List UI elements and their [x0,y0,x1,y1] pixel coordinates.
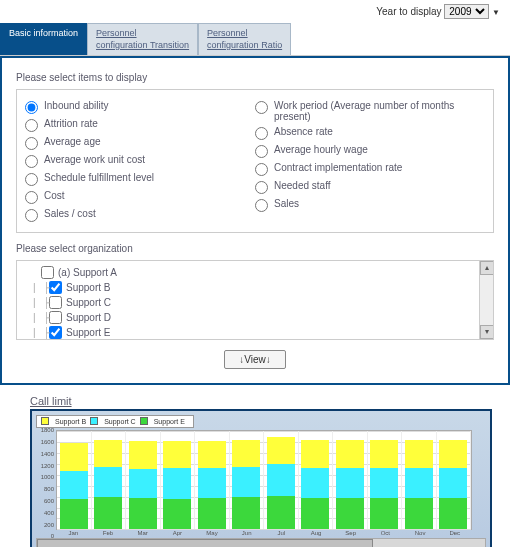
radio-input[interactable] [25,173,38,186]
metric-radio[interactable]: Schedule fulfillment level [25,170,255,188]
bar-segment [94,497,122,530]
bar-segment [336,498,364,530]
bar-segment [94,467,122,497]
y-tick: 200 [44,522,54,528]
org-label: Support D [66,312,111,323]
radio-input[interactable] [255,127,268,140]
view-button[interactable]: ↓View↓ [224,350,286,369]
chart-legend: Support BSupport CSupport E [36,415,194,428]
legend-item: Support E [140,417,185,425]
bar-segment [198,498,226,530]
org-checkbox[interactable] [41,266,54,279]
bar-segment [439,440,467,468]
x-tick: Apr [160,530,195,536]
metric-label: Contract implementation rate [274,162,402,173]
bar-segment [405,440,433,468]
org-checkbox[interactable] [49,296,62,309]
org-label: Support B [66,282,110,293]
bar-segment [405,468,433,498]
chart-frame: Support BSupport CSupport E 020040060080… [30,409,492,547]
bar [161,431,196,529]
org-label: Support C [66,297,111,308]
scroll-up-icon[interactable]: ▴ [480,261,494,275]
org-scrollbar[interactable]: ▴ ▾ [479,261,493,339]
metric-radio[interactable]: Sales [255,196,485,214]
y-tick: 400 [44,510,54,516]
bar-segment [129,469,157,499]
y-tick: 1200 [41,463,54,469]
radio-input[interactable] [255,163,268,176]
tab-basic-information[interactable]: Basic information [0,23,87,55]
metric-label: Average hourly wage [274,144,368,155]
bar-segment [439,468,467,498]
metric-radio[interactable]: Absence rate [255,124,485,142]
bar-segment [301,468,329,498]
bar-segment [232,497,260,530]
metrics-group: Inbound abilityAttrition rateAverage age… [16,89,494,233]
bar-segment [198,441,226,468]
radio-input[interactable] [25,101,38,114]
bar [57,431,92,529]
y-tick: 600 [44,498,54,504]
bar [195,431,230,529]
org-label: (a) Support A [58,267,117,278]
metric-radio[interactable]: Contract implementation rate [255,160,485,178]
radio-input[interactable] [255,145,268,158]
bar-segment [198,468,226,498]
radio-input[interactable] [25,209,38,222]
radio-input[interactable] [255,199,268,212]
metric-radio[interactable]: Cost [25,188,255,206]
x-tick: Feb [91,530,126,536]
select-items-label: Please select items to display [16,72,494,83]
org-checkbox[interactable] [49,311,62,324]
x-tick: Nov [403,530,438,536]
metric-radio[interactable]: Average work unit cost [25,152,255,170]
metric-radio[interactable]: Average hourly wage [255,142,485,160]
tree-item[interactable]: |├Support D [23,310,487,325]
main-panel: Please select items to display Inbound a… [0,56,510,385]
organization-tree: (a) Support A|├Support B|├Support C|├Sup… [16,260,494,340]
year-select[interactable]: 2009 [444,4,489,19]
metric-label: Cost [44,190,65,201]
bar-segment [163,441,191,468]
radio-input[interactable] [25,119,38,132]
x-tick: Mar [125,530,160,536]
legend-swatch [90,417,98,425]
radio-input[interactable] [25,191,38,204]
metric-label: Sales [274,198,299,209]
org-checkbox[interactable] [49,281,62,294]
tab-personnel-transition[interactable]: Personnel configuration Transition [87,23,198,55]
bar-segment [267,496,295,529]
radio-input[interactable] [25,155,38,168]
radio-input[interactable] [255,101,268,114]
bar-segment [60,443,88,470]
metric-label: Schedule fulfillment level [44,172,154,183]
tree-item[interactable]: |├Support C [23,295,487,310]
metric-radio[interactable]: Attrition rate [25,116,255,134]
bar [437,431,472,529]
bar [230,431,265,529]
tree-item[interactable]: |├Support E [23,325,487,340]
metric-radio[interactable]: Average age [25,134,255,152]
metric-radio[interactable]: Inbound ability [25,98,255,116]
chart-title: Call limit [30,395,492,407]
org-checkbox[interactable] [49,326,62,339]
metric-radio[interactable]: Needed staff [255,178,485,196]
year-label: Year to display [376,6,441,17]
scrollbar-thumb[interactable] [37,539,373,547]
dropdown-icon: ▼ [492,8,500,17]
bar [264,431,299,529]
tab-personnel-ratio[interactable]: Personnel configuration Ratio [198,23,291,55]
radio-input[interactable] [25,137,38,150]
tree-item[interactable]: |├Support B [23,280,487,295]
chart-scrollbar-horizontal[interactable] [36,538,486,547]
metric-label: Average age [44,136,101,147]
tree-item[interactable]: (a) Support A [23,265,487,280]
metric-label: Work period (Average number of months pr… [274,100,485,122]
radio-input[interactable] [255,181,268,194]
metric-radio[interactable]: Work period (Average number of months pr… [255,98,485,124]
bar-segment [267,437,295,465]
scroll-down-icon[interactable]: ▾ [480,325,494,339]
metric-label: Needed staff [274,180,331,191]
metric-radio[interactable]: Sales / cost [25,206,255,224]
